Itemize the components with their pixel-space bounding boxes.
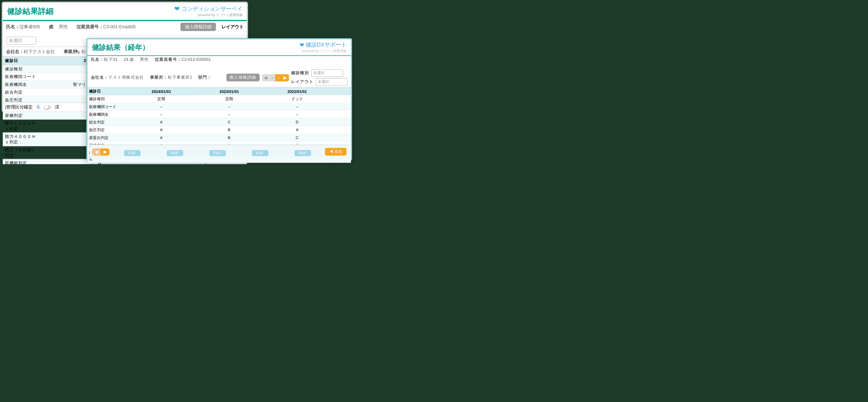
- age-label: 歳: [49, 24, 53, 30]
- name-value: 従事者005: [20, 24, 40, 29]
- confirm-label: 管理区分確定: [6, 104, 33, 110]
- type-label: 健診種別: [291, 70, 309, 76]
- row-label: 聴力４０００Ｈｚ判定: [5, 134, 38, 145]
- history-cell: C: [263, 134, 331, 141]
- empno-label: 従業員番号：: [76, 24, 103, 29]
- personal-info-detail-button2[interactable]: 個人情報詳細: [226, 74, 259, 82]
- history-col-header: 2024/01/01: [127, 88, 195, 95]
- history-cell: A: [127, 134, 195, 141]
- row-label: 医療機関名: [5, 82, 38, 87]
- window1-title: 健診結果詳細: [7, 6, 54, 16]
- office2-label: 事業所：: [150, 75, 168, 80]
- history-cell: C: [195, 118, 264, 126]
- back-button[interactable]: ◀ 戻る: [325, 148, 346, 156]
- status-pending: 未: [36, 104, 40, 110]
- brand2-subtext: powered by リゾート産業保健: [300, 49, 346, 54]
- company-label: 会社名：: [6, 49, 24, 54]
- footer-nav: ◀ ▶: [92, 148, 110, 155]
- office-label: 事業所：: [64, 49, 81, 54]
- history-row: 医療機関コード------: [88, 103, 351, 110]
- history-row: 血圧判定ABA: [88, 126, 351, 134]
- gender2-value: 男性: [140, 57, 149, 62]
- name2-label: 氏名：: [91, 57, 104, 62]
- age2-value: 24 歳: [124, 57, 134, 62]
- status-done: 済: [55, 104, 59, 110]
- history-col-header: [341, 88, 351, 95]
- pdf-button-3[interactable]: PDF: [209, 150, 225, 156]
- row-label: 聴力（その他）判定: [5, 147, 38, 158]
- history-cell: --: [263, 111, 331, 118]
- personal-info-detail-button[interactable]: 個人情報詳細: [180, 23, 216, 31]
- heart-icon: ❤: [174, 5, 180, 13]
- nav-last-button[interactable]: ▶: [281, 74, 289, 81]
- nav-prev-button[interactable]: ‹: [270, 74, 275, 81]
- nav-first-button[interactable]: ◀: [262, 74, 270, 81]
- history-cell: 定期: [127, 95, 195, 103]
- history-cell: [341, 103, 351, 110]
- history-cell: [341, 162, 351, 164]
- nav-next-button[interactable]: ›: [275, 74, 281, 81]
- confirm-toggle[interactable]: [43, 105, 51, 110]
- brand-text: コンディションサーベイ: [182, 5, 242, 13]
- empno-value: C3-001-Emp005: [103, 24, 135, 29]
- history-cell: [331, 118, 341, 126]
- history-cell: [341, 118, 351, 126]
- history-row: 聴力４０００Ｈｚ判定AAA: [88, 162, 351, 164]
- history-cell: [331, 126, 341, 134]
- window2-header: 健診結果（経年） ❤ 健診DXサポート powered by リゾート産業保健: [88, 39, 351, 56]
- row-label: 総合判定: [5, 90, 38, 95]
- history-col-header: 2022/01/01: [263, 88, 331, 95]
- row-label: 健診種別: [5, 66, 38, 72]
- history-col-header: 健診日: [88, 88, 127, 95]
- history-cell: [341, 126, 351, 134]
- history-cell: B: [195, 126, 264, 134]
- history-cell: [331, 162, 341, 164]
- history-row-label: 聴力４０００Ｈｚ判定: [88, 162, 127, 164]
- history-cell: [331, 103, 341, 110]
- empno2-value: C2-012-E00001: [182, 57, 211, 62]
- history-row: 健診種別定期定期ドック: [88, 95, 351, 103]
- history-cell: [341, 95, 351, 103]
- type-select[interactable]: 未選択: [311, 69, 343, 77]
- history-cell: B: [195, 134, 264, 141]
- layout2-select[interactable]: 未選択: [315, 78, 348, 86]
- history-row: 医療機関名------: [88, 111, 351, 118]
- history-cell: [341, 111, 351, 118]
- pdf-button-2[interactable]: PDF: [166, 150, 183, 156]
- pdf-button-1[interactable]: PDF: [124, 150, 140, 156]
- checkup-history-window: 健診結果（経年） ❤ 健診DXサポート powered by リゾート産業保健 …: [86, 38, 352, 160]
- history-col-header: 2023/01/01: [195, 88, 264, 95]
- history-cell: --: [195, 111, 264, 118]
- brand2-logo: ❤ 健診DXサポート: [300, 41, 346, 49]
- history-row-label: 尿蛋白判定: [88, 134, 127, 141]
- history-cell: A: [127, 126, 195, 134]
- history-cell: --: [127, 103, 195, 110]
- row-label: 血圧判定: [5, 97, 38, 103]
- heart-icon: ❤: [300, 42, 304, 48]
- history-row-label: 医療機関コード: [88, 103, 127, 110]
- footer-prev-button[interactable]: ◀: [92, 148, 101, 155]
- history-cell: 定期: [195, 95, 264, 103]
- history-row-label: 健診種別: [88, 95, 127, 103]
- history-cell: --: [127, 111, 195, 118]
- history-col-header: [331, 88, 341, 95]
- history-cell: A: [263, 126, 331, 134]
- history-cell: A: [195, 162, 264, 164]
- history-row-label: 血圧判定: [88, 126, 127, 134]
- history-cell: [331, 111, 341, 118]
- layout-select[interactable]: 未選択: [6, 37, 37, 45]
- company-value: 松下テスト会社: [24, 49, 55, 54]
- brand-container: ❤ コンディションサーベイ powered by リゾート産業保健: [174, 5, 242, 18]
- brand-logo: ❤ コンディションサーベイ: [174, 5, 242, 13]
- pdf-button-4[interactable]: PDF: [252, 150, 268, 156]
- empno2-label: 従業員番号：: [155, 57, 182, 62]
- company2-label: 会社名：: [91, 75, 108, 80]
- history-row: 総合判定ACD: [88, 118, 351, 126]
- pdf-button-5[interactable]: PDF: [294, 150, 311, 156]
- footer-next-button[interactable]: ▶: [101, 148, 110, 155]
- brand-subtext: powered by リゾート産業保健: [174, 13, 242, 18]
- row-label: 聴力１０００Ｈｚ判定: [5, 121, 38, 132]
- layout2-label: レイアウト: [291, 79, 313, 85]
- patient2-info: 氏名：松下01 24 歳 男性 従業員番号：C2-012-E00001 会社名：…: [88, 56, 351, 88]
- history-cell: ドック: [263, 95, 331, 103]
